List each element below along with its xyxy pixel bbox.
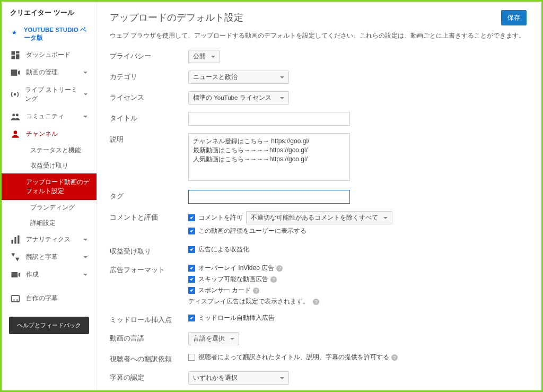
youtube-studio-beta-link[interactable]: YOUTUBE STUDIO ベータ版	[2, 22, 97, 46]
svg-point-8	[14, 130, 17, 134]
channel-sublist: ステータスと機能 収益受け取り アップロード動画のデフォルト設定 ブランディング…	[2, 143, 97, 231]
sidebar-item-video-manager[interactable]: 動画の管理	[2, 64, 97, 81]
svg-rect-0	[12, 51, 15, 55]
skippable-ad-label: スキップ可能な動画広告	[198, 275, 268, 284]
license-select[interactable]: 標準の YouTube ライセンス	[188, 91, 289, 104]
select-value: 不適切な可能性があるコメントを除くすべて	[251, 214, 378, 222]
help-feedback-button[interactable]: ヘルプとフィードバック	[9, 317, 89, 334]
sponsor-card-checkbox[interactable]	[188, 287, 195, 294]
tags-input[interactable]	[188, 190, 350, 204]
sidebar-item-analytics[interactable]: アナリティクス	[2, 231, 97, 248]
main-content: アップロードのデフォルト設定 保存 ウェブ ブラウザを使用して、アップロードする…	[97, 2, 541, 390]
svg-rect-13	[12, 295, 20, 302]
caret-icon	[280, 97, 284, 99]
sidebar-item-label: 自作の字幕	[26, 294, 58, 303]
select-value: 公開	[193, 53, 206, 60]
caret-icon	[211, 56, 215, 58]
help-icon[interactable]: ?	[253, 288, 259, 294]
monetize-ads-label: 広告による収益化	[198, 245, 249, 254]
svg-rect-14	[13, 299, 15, 300]
sidebar-item-label: 翻訳と字幕	[26, 252, 58, 262]
monetize-ads-checkbox[interactable]	[188, 246, 195, 253]
label-privacy: プライバシー	[110, 50, 188, 61]
analytics-icon	[10, 236, 21, 244]
save-button[interactable]: 保存	[501, 10, 527, 25]
help-icon[interactable]: ?	[313, 299, 319, 305]
svg-rect-3	[16, 54, 20, 59]
svg-point-5	[14, 93, 16, 95]
sidebar-item-create[interactable]: 作成	[2, 266, 97, 283]
sidebar-item-live[interactable]: ライブ ストリーミング	[2, 81, 97, 108]
allow-comments-label: コメントを許可	[198, 213, 243, 222]
dashboard-icon	[10, 51, 21, 59]
channel-icon	[10, 130, 21, 138]
sidebar-item-captions[interactable]: 自作の字幕	[2, 290, 97, 307]
language-select[interactable]: 言語を選択	[188, 332, 239, 345]
studio-icon	[10, 30, 19, 38]
label-comments: コメントと評価	[110, 211, 188, 222]
chevron-down-icon	[83, 237, 88, 242]
svg-rect-15	[16, 299, 18, 300]
svg-rect-10	[14, 237, 16, 244]
caption-cert-select[interactable]: いずれかを選択	[188, 371, 289, 385]
sidebar-item-label: ダッシュボード	[26, 50, 71, 59]
label-category: カテゴリ	[110, 71, 188, 82]
help-icon[interactable]: ?	[270, 276, 277, 283]
translation-checkbox[interactable]	[188, 354, 195, 361]
sub-item-upload-defaults[interactable]: アップロード動画のデフォルト設定	[2, 173, 97, 200]
show-ratings-checkbox[interactable]	[188, 228, 195, 234]
svg-rect-12	[12, 272, 18, 277]
sub-item-advanced[interactable]: 詳細設定	[26, 215, 97, 231]
label-license: ライセンス	[110, 91, 188, 102]
community-icon	[10, 112, 21, 121]
sidebar-item-label: 作成	[26, 270, 39, 279]
sidebar-item-translate[interactable]: 翻訳と字幕	[2, 248, 97, 266]
svg-rect-4	[11, 69, 17, 76]
caret-icon	[230, 338, 234, 340]
sub-item-branding[interactable]: ブランディング	[26, 200, 97, 215]
svg-rect-2	[12, 55, 15, 59]
sidebar-item-community[interactable]: コミュニティ	[2, 108, 97, 125]
page-title: アップロードのデフォルト設定	[110, 11, 527, 24]
sub-item-status[interactable]: ステータスと機能	[26, 143, 97, 158]
title-input[interactable]	[188, 112, 350, 126]
caret-icon	[280, 76, 284, 79]
chevron-down-icon	[83, 272, 88, 277]
svg-point-6	[12, 114, 15, 116]
category-select[interactable]: ニュースと政治	[188, 71, 289, 84]
svg-rect-9	[12, 240, 13, 244]
sidebar-item-label: 動画の管理	[26, 68, 58, 77]
allow-comments-checkbox[interactable]	[188, 214, 195, 221]
select-value: ニュースと政治	[193, 73, 238, 81]
help-icon[interactable]: ?	[391, 354, 398, 361]
comment-filter-select[interactable]: 不適切な可能性があるコメントを除くすべて	[246, 211, 392, 224]
overlay-ad-checkbox[interactable]	[188, 265, 195, 272]
midroll-auto-checkbox[interactable]	[188, 315, 195, 321]
label-title: タイトル	[110, 112, 188, 123]
svg-rect-11	[17, 235, 19, 243]
label-monetize: 収益受け取り	[110, 245, 188, 256]
skippable-ad-checkbox[interactable]	[188, 276, 195, 283]
sub-item-monetize[interactable]: 収益受け取り	[26, 158, 97, 173]
display-ad-note: ディスプレイ広告は既定で表示されます。	[188, 298, 309, 305]
video-manager-icon	[10, 68, 21, 77]
svg-point-7	[16, 114, 19, 116]
label-translation: 視聴者への翻訳依頼	[110, 353, 188, 364]
translation-label: 視聴者によって翻訳されたタイトル、説明、字幕の提供を許可する	[198, 353, 389, 362]
sidebar: クリエイター ツール YOUTUBE STUDIO ベータ版 ダッシュボード 動…	[2, 2, 97, 390]
translate-icon	[10, 253, 21, 262]
sidebar-item-label: ライブ ストリーミング	[25, 85, 83, 103]
help-icon[interactable]: ?	[276, 265, 283, 272]
label-language: 動画の言語	[110, 332, 188, 343]
label-midroll: ミッドロール挿入点	[110, 313, 188, 325]
privacy-select[interactable]: 公開	[188, 50, 220, 63]
caret-icon	[280, 377, 284, 379]
label-description: 説明	[110, 133, 188, 144]
chevron-down-icon	[83, 255, 88, 260]
select-value: いずれかを選択	[193, 374, 238, 382]
overlay-ad-label: オーバーレイ InVideo 広告	[198, 264, 274, 273]
sidebar-item-label: コミュニティ	[26, 112, 64, 121]
description-textarea[interactable]: チャンネル登録はこちら→ https://goo.gl/ 最新動画はこちら→→→…	[188, 133, 350, 181]
sidebar-item-dashboard[interactable]: ダッシュボード	[2, 46, 97, 64]
sidebar-item-channel[interactable]: チャンネル	[2, 125, 97, 143]
